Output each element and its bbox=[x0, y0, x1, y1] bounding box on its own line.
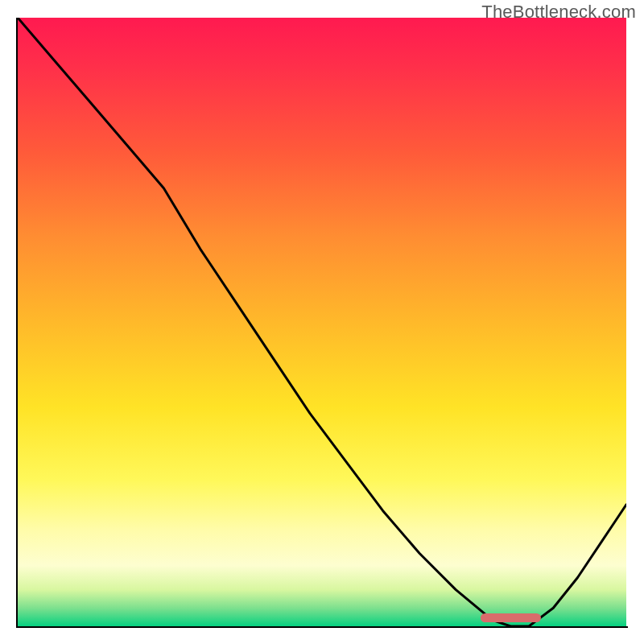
curve-svg bbox=[18, 18, 626, 626]
plot-area bbox=[18, 18, 626, 626]
x-axis bbox=[16, 626, 628, 628]
optimal-range-marker bbox=[481, 613, 542, 622]
y-axis bbox=[16, 18, 18, 628]
chart-frame: TheBottleneck.com bbox=[0, 0, 644, 644]
bottleneck-curve bbox=[18, 18, 626, 626]
